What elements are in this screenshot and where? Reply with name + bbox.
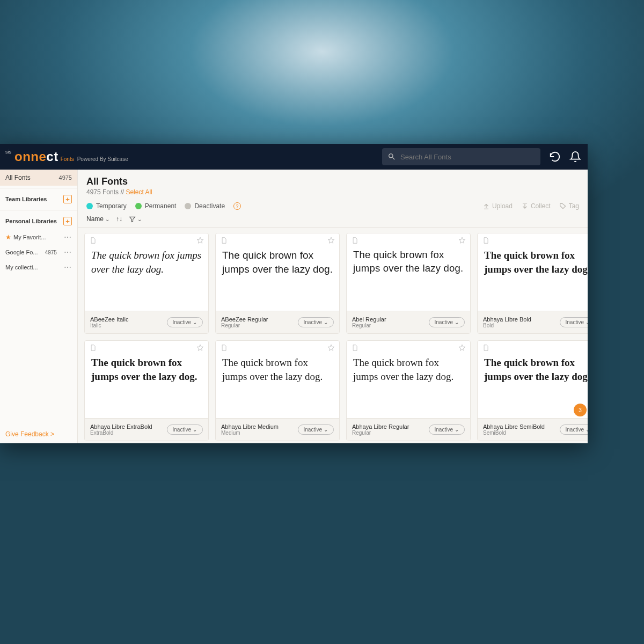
refresh-icon[interactable] [549, 151, 561, 163]
font-style: Medium [221, 430, 279, 436]
font-status-dropdown[interactable]: Inactive ⌄ [429, 425, 465, 435]
star-outline-icon[interactable] [458, 237, 466, 244]
font-preview: The quick brown fox jumps over the lazy … [478, 341, 588, 418]
font-name: Abhaya Libre Medium [221, 423, 279, 430]
temporary-dot-icon [86, 203, 93, 209]
font-card[interactable]: The quick brown fox jumps over the lazy … [84, 233, 209, 334]
font-status-dropdown[interactable]: Inactive ⌄ [167, 425, 203, 435]
permanent-dot-icon [135, 203, 142, 209]
star-outline-icon[interactable] [327, 344, 335, 352]
font-grid: The quick brown fox jumps over the lazy … [78, 228, 588, 443]
font-name: ABeeZee Regular [221, 316, 268, 323]
search-icon [387, 152, 396, 161]
bell-icon[interactable] [569, 151, 581, 163]
sidebar-library-item[interactable]: Google Fo...4975⋯ [0, 245, 77, 260]
font-style: ExtraBold [90, 430, 152, 436]
page-subtitle: 4975 Fonts // Select All [86, 188, 579, 196]
page-title: All Fonts [86, 176, 579, 187]
font-card[interactable]: The quick brown fox jumps over the lazy … [215, 340, 340, 441]
collect-icon [521, 202, 529, 210]
give-feedback-link[interactable]: Give Feedback > [0, 425, 77, 443]
star-outline-icon[interactable] [327, 237, 335, 244]
logo-tagline1: Fonts [61, 156, 74, 162]
legend-help-icon[interactable]: ? [233, 202, 241, 210]
logo: sis onnect Fonts Powered By Suitcase [6, 149, 128, 164]
search-input[interactable] [400, 153, 535, 161]
sidebar-library-item[interactable]: ★My Favorit...⋯ [0, 230, 77, 245]
font-status-dropdown[interactable]: Inactive ⌄ [429, 317, 465, 327]
font-card[interactable]: The quick brown fox jumps over the lazy … [346, 340, 471, 441]
document-icon [89, 344, 97, 352]
font-card-footer: Abel Regular Regular Inactive ⌄ [347, 311, 470, 333]
add-personal-library-button[interactable]: + [63, 217, 72, 225]
document-icon [220, 344, 228, 352]
logo-brand-prefix: sis [5, 149, 11, 155]
chevron-down-icon: ⌄ [455, 427, 459, 433]
document-icon [482, 344, 489, 352]
main-panel: All Fonts 4975 Fonts // Select All Tempo… [78, 170, 588, 443]
document-icon [482, 237, 489, 244]
chevron-down-icon: ⌄ [105, 216, 109, 222]
star-outline-icon[interactable] [196, 237, 204, 244]
library-menu-button[interactable]: ⋯ [64, 263, 72, 272]
library-menu-button[interactable]: ⋯ [64, 233, 72, 241]
star-outline-icon[interactable] [458, 344, 466, 352]
sort-name-dropdown[interactable]: Name⌄ [86, 215, 109, 223]
logo-main: onnect [14, 149, 58, 164]
tag-button[interactable]: Tag [559, 202, 579, 210]
font-style: Bold [483, 323, 531, 328]
legend-deactivate[interactable]: Deactivate [185, 202, 225, 210]
notification-badge[interactable]: 3 [574, 404, 587, 416]
font-card-footer: Abhaya Libre SemiBold SemiBold Inactive … [478, 418, 588, 441]
font-name: Abhaya Libre ExtraBold [90, 423, 152, 430]
font-card[interactable]: The quick brown fox jumps over the lazy … [477, 233, 588, 334]
font-status-dropdown[interactable]: Inactive ⌄ [560, 425, 588, 435]
font-card-footer: Abhaya Libre Bold Bold Inactive ⌄ [478, 311, 588, 333]
star-icon: ★ [5, 233, 11, 241]
document-icon [351, 237, 358, 244]
font-card[interactable]: The quick brown fox jumps over the lazy … [477, 340, 588, 441]
font-preview: The quick brown fox jumps over the lazy … [216, 341, 339, 418]
font-card[interactable]: The quick brown fox jumps over the lazy … [84, 340, 209, 441]
chevron-down-icon: ⌄ [324, 427, 328, 433]
sidebar-library-item[interactable]: My collecti...⋯ [0, 260, 77, 275]
font-card[interactable]: The quick brown fox jumps over the lazy … [215, 233, 340, 334]
chevron-down-icon: ⌄ [455, 319, 459, 325]
legend-temporary[interactable]: Temporary [86, 202, 127, 210]
font-card[interactable]: The quick brown fox jumps over the lazy … [346, 233, 471, 334]
font-preview: The quick brown fox jumps over the lazy … [85, 341, 208, 418]
font-status-dropdown[interactable]: Inactive ⌄ [298, 317, 334, 327]
document-icon [89, 237, 97, 244]
font-status-dropdown[interactable]: Inactive ⌄ [298, 425, 334, 435]
font-status-dropdown[interactable]: Inactive ⌄ [167, 317, 203, 327]
tag-icon [559, 202, 567, 210]
search-box[interactable] [382, 148, 540, 165]
sidebar: All Fonts 4975 Team Libraries + Personal… [0, 170, 78, 443]
chevron-down-icon: ⌄ [193, 427, 197, 433]
select-all-link[interactable]: Select All [126, 188, 152, 196]
font-status-dropdown[interactable]: Inactive ⌄ [560, 317, 588, 327]
font-count-label: 4975 Fonts // [86, 188, 126, 196]
sidebar-all-fonts[interactable]: All Fonts 4975 [0, 170, 77, 186]
legend-permanent[interactable]: Permanent [135, 202, 177, 210]
chevron-down-icon: ⌄ [586, 319, 588, 325]
font-style: SemiBold [483, 430, 545, 436]
sort-arrows-icon: ↑↓ [116, 215, 122, 223]
sort-row: Name⌄ ↑↓ ⌄ [78, 213, 588, 228]
filter-icon [129, 216, 136, 223]
filter-dropdown[interactable]: ⌄ [129, 216, 142, 223]
font-preview: The quick brown fox jumps over the lazy … [216, 233, 339, 311]
chevron-down-icon: ⌄ [324, 319, 328, 325]
titlebar: sis onnect Fonts Powered By Suitcase [0, 144, 588, 170]
add-team-library-button[interactable]: + [63, 195, 72, 203]
upload-button[interactable]: Upload [482, 202, 513, 210]
font-name: Abhaya Libre Regular [352, 423, 409, 430]
collect-button[interactable]: Collect [521, 202, 551, 210]
sort-direction-toggle[interactable]: ↑↓ [116, 215, 122, 223]
font-name: Abel Regular [352, 316, 386, 323]
library-menu-button[interactable]: ⋯ [64, 248, 72, 257]
font-style: Regular [352, 430, 409, 436]
body: All Fonts 4975 Team Libraries + Personal… [0, 170, 588, 443]
star-outline-icon[interactable] [196, 344, 204, 352]
library-name: My Favorit... [13, 234, 46, 240]
